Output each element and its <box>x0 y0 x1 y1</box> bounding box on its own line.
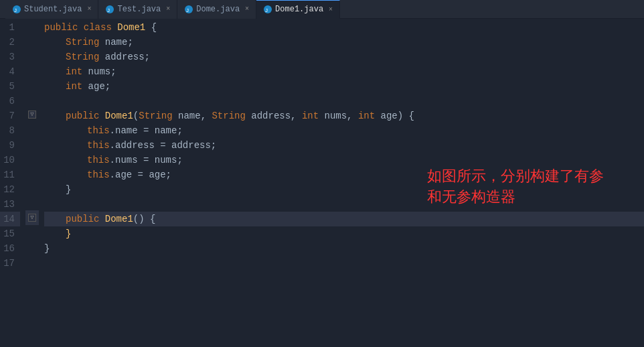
line-num-10: 10 <box>0 153 20 167</box>
tab-label: Student.java <box>24 5 82 14</box>
constructor-dome1: Dome1 <box>105 109 133 123</box>
brace-open: { <box>151 20 157 35</box>
code-line-10: this.nums = nums; <box>44 153 644 167</box>
gutter-3 <box>25 48 39 63</box>
java-icon: J <box>184 5 193 14</box>
java-icon: J <box>12 5 21 14</box>
gutter-13 <box>25 196 39 210</box>
code-line-17 <box>44 256 644 271</box>
line-num-3: 3 <box>0 50 20 64</box>
var-address: address; <box>105 50 150 64</box>
code-line-5: int age; <box>44 79 644 94</box>
svg-text:J: J <box>14 7 17 13</box>
tab-label: Dome1.java <box>275 5 323 14</box>
gutter-8 <box>25 122 39 137</box>
kw-public: public <box>44 20 84 35</box>
tab-test-java[interactable]: J Test.java × <box>98 0 177 19</box>
tab-close-icon[interactable]: × <box>329 6 333 13</box>
tab-bar: J Student.java × J Test.java × J Dome.ja… <box>0 0 644 19</box>
code-line-11: this.age = age; <box>44 167 644 182</box>
line-numbers: 1 2 3 4 5 6 7 8 9 10 11 12 13 14 15 16 1… <box>0 19 25 347</box>
brace-close: } <box>66 182 71 197</box>
fold-icon-7[interactable]: ▽ <box>28 111 36 119</box>
this-kw: this <box>87 153 110 167</box>
tab-close-icon[interactable]: × <box>87 5 91 13</box>
type-int: int <box>302 109 325 123</box>
tab-close-icon[interactable]: × <box>245 5 249 13</box>
var-age: age; <box>88 79 111 94</box>
code-line-12: } <box>44 182 644 197</box>
type-int: int <box>358 109 381 123</box>
line-num-7: 7 <box>0 109 20 123</box>
code-line-14: public Dome1() { <box>44 212 644 226</box>
tab-dome1-java[interactable]: J Dome1.java × <box>256 0 340 19</box>
constructor-dome1-noarg: Dome1 <box>105 212 133 226</box>
param-address: address, <box>251 109 302 123</box>
line-num-2: 2 <box>0 35 20 50</box>
tab-label: Dome.java <box>196 5 240 14</box>
brace-close-yellow: } <box>66 226 71 241</box>
gutter-14[interactable]: ▽ <box>25 210 39 225</box>
gutter-5 <box>25 78 39 92</box>
line-num-1: 1 <box>0 20 20 35</box>
gutter-17 <box>25 255 39 269</box>
param-age: age) { <box>381 109 414 123</box>
var-name: name; <box>105 35 133 50</box>
code-line-15: } <box>44 226 644 241</box>
gutter-10 <box>25 151 39 166</box>
code-line-7: public Dome1(String name, String address… <box>44 109 644 123</box>
line-num-8: 8 <box>0 123 20 138</box>
tab-close-icon[interactable]: × <box>166 5 170 13</box>
tab-student-java[interactable]: J Student.java × <box>5 0 98 19</box>
gutter-7[interactable]: ▽ <box>25 107 39 122</box>
type-string: String <box>66 35 105 50</box>
gutter-9 <box>25 137 39 151</box>
dot-address: .address = address; <box>110 138 217 153</box>
line-num-11: 11 <box>0 167 20 182</box>
line-num-5: 5 <box>0 79 20 94</box>
param-nums: nums, <box>325 109 358 123</box>
param-name: name, <box>178 109 212 123</box>
gutter: ▽ ▽ <box>25 19 39 347</box>
code-line-1: public class Dome1 { <box>44 20 644 35</box>
gutter-4 <box>25 63 39 78</box>
dot-age: .age = age; <box>110 167 171 182</box>
code-line-8: this.name = name; <box>44 123 644 138</box>
code-line-3: String address; <box>44 50 644 64</box>
this-kw: this <box>87 167 110 182</box>
this-kw: this <box>87 123 110 138</box>
line-num-9: 9 <box>0 138 20 153</box>
svg-text:J: J <box>265 7 268 13</box>
line-num-15: 15 <box>0 226 20 241</box>
svg-text:J: J <box>186 7 189 13</box>
java-icon: J <box>263 5 272 14</box>
empty-parens: () { <box>133 212 156 226</box>
line-num-12: 12 <box>0 182 20 197</box>
gutter-15 <box>25 225 39 240</box>
line-num-14: 14 <box>0 212 20 226</box>
gutter-11 <box>25 166 39 181</box>
code-line-13 <box>44 197 644 212</box>
fold-icon-14[interactable]: ▽ <box>28 214 36 222</box>
cls-dome1: Dome1 <box>117 20 151 35</box>
dot-name: .name = name; <box>110 123 183 138</box>
gutter-1 <box>25 19 39 33</box>
gutter-16 <box>25 240 39 255</box>
code-editor[interactable]: public class Dome1 { String name; String… <box>39 19 644 347</box>
line-num-6: 6 <box>0 94 20 109</box>
gutter-12 <box>25 181 39 196</box>
this-kw: this <box>87 138 110 153</box>
code-line-4: int nums; <box>44 64 644 79</box>
type-string: String <box>66 50 105 64</box>
dot-nums: .nums = nums; <box>110 153 183 167</box>
brace-close-outer: } <box>44 241 50 256</box>
gutter-2 <box>25 33 39 48</box>
editor-area: 1 2 3 4 5 6 7 8 9 10 11 12 13 14 15 16 1… <box>0 19 644 347</box>
paren-open: ( <box>133 109 139 123</box>
var-nums: nums; <box>88 64 116 79</box>
tab-dome-java[interactable]: J Dome.java × <box>177 0 256 19</box>
type-string: String <box>139 109 178 123</box>
gutter-6 <box>25 92 39 107</box>
line-num-4: 4 <box>0 64 20 79</box>
java-icon: J <box>105 5 114 14</box>
